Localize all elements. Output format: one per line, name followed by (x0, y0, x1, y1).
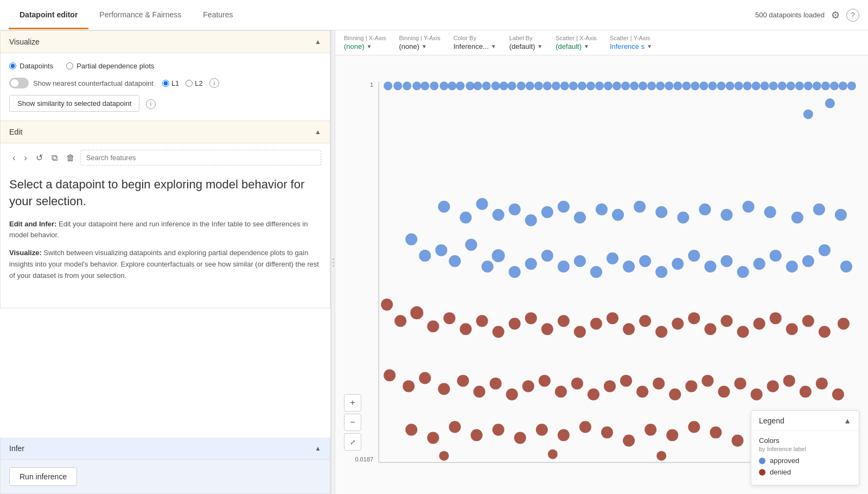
edit-section: Edit ▲ ‹ › ↺ ⧉ 🗑 Select a datapoint to b… (0, 121, 330, 308)
scatter-y-axis-dropdown-icon: ▼ (647, 43, 652, 49)
svg-point-57 (847, 81, 856, 90)
svg-point-109 (381, 299, 393, 311)
scatter-x-axis-group: Scatter | X-Axis (default) ▼ (556, 35, 597, 50)
l1-radio-input[interactable] (162, 80, 169, 87)
metric-info-icon[interactable]: i (209, 78, 219, 88)
similarity-info-icon[interactable]: i (146, 99, 156, 109)
color-by-value: Inference... (454, 42, 489, 50)
svg-point-87 (840, 261, 852, 273)
svg-point-121 (574, 326, 586, 338)
svg-point-181 (731, 435, 743, 447)
svg-point-100 (655, 206, 667, 218)
svg-point-127 (672, 318, 684, 330)
svg-point-110 (394, 315, 406, 327)
svg-point-58 (803, 109, 813, 119)
svg-point-103 (720, 209, 732, 221)
svg-point-73 (607, 252, 618, 264)
svg-point-15 (482, 81, 491, 90)
visualize-chevron-icon: ▲ (315, 38, 321, 46)
history-button[interactable]: ↺ (33, 150, 46, 165)
svg-point-140 (419, 372, 431, 384)
svg-point-153 (636, 385, 648, 397)
infer-section: Infer ▲ Run inference (0, 438, 330, 494)
svg-point-118 (525, 312, 537, 324)
l2-radio[interactable]: L2 (186, 79, 202, 87)
binning-y-axis-select[interactable]: (none) ▼ (399, 42, 440, 50)
svg-point-27 (586, 81, 595, 90)
scatter-x-axis-select[interactable]: (default) ▼ (556, 42, 597, 50)
l2-label: L2 (195, 79, 202, 87)
l1-radio[interactable]: L1 (162, 79, 179, 87)
settings-button[interactable]: ⚙ (831, 9, 840, 21)
visualize-section-header[interactable]: Visualize ▲ (1, 31, 330, 53)
copy-button[interactable]: ⧉ (48, 151, 61, 165)
l2-radio-input[interactable] (186, 80, 193, 87)
tab-features[interactable]: Features (192, 2, 244, 29)
legend-title: Legend (759, 416, 784, 425)
svg-point-26 (578, 81, 586, 90)
svg-point-78 (688, 250, 700, 262)
chart-toolbar: Binning | X-Axis (none) ▼ Binning | Y-Ax… (335, 30, 868, 55)
partial-dependence-radio-input[interactable] (66, 62, 73, 69)
svg-point-43 (725, 81, 734, 90)
svg-point-187 (439, 451, 449, 461)
edit-section-header[interactable]: Edit ▲ (1, 121, 330, 143)
svg-point-123 (607, 312, 618, 324)
svg-point-167 (427, 432, 439, 444)
svg-point-188 (548, 449, 558, 459)
zoom-out-button[interactable]: − (344, 414, 361, 431)
svg-point-132 (754, 318, 765, 330)
delete-button[interactable]: 🗑 (63, 151, 78, 165)
svg-point-126 (655, 326, 667, 338)
svg-point-70 (558, 261, 570, 273)
svg-point-55 (830, 81, 839, 90)
svg-point-177 (644, 424, 656, 436)
svg-point-11 (448, 81, 456, 90)
l1-l2-group: L1 L2 i (162, 78, 219, 88)
svg-point-124 (623, 323, 635, 335)
svg-point-106 (792, 212, 803, 224)
binning-x-axis-select[interactable]: (none) ▼ (344, 42, 386, 50)
scatter-y-axis-select[interactable]: Inference s ▼ (610, 42, 652, 50)
svg-point-14 (474, 81, 482, 90)
search-features-input[interactable] (80, 150, 321, 166)
svg-point-10 (439, 81, 448, 90)
svg-point-171 (514, 432, 526, 444)
svg-point-90 (476, 198, 488, 210)
partial-dependence-radio[interactable]: Partial dependence plots (66, 62, 154, 70)
svg-point-175 (601, 427, 613, 439)
binning-x-axis-value: (none) (344, 42, 365, 50)
counterfactual-toggle[interactable] (9, 78, 29, 88)
panel-divider[interactable] (331, 30, 335, 494)
undo-forward-button[interactable]: › (21, 151, 30, 165)
datapoints-radio-input[interactable] (9, 62, 16, 69)
label-by-select[interactable]: (default) ▼ (509, 42, 543, 50)
run-inference-button[interactable]: Run inference (9, 467, 77, 486)
tab-datapoint-editor[interactable]: Datapoint editor (9, 2, 88, 29)
undo-back-button[interactable]: ‹ (9, 151, 18, 165)
svg-point-66 (492, 249, 505, 262)
tab-performance-fairness[interactable]: Performance & Fairness (88, 2, 192, 29)
svg-point-79 (704, 261, 716, 273)
infer-chevron-icon: ▲ (315, 445, 321, 452)
svg-point-85 (802, 255, 814, 267)
svg-point-145 (506, 388, 518, 400)
zoom-in-button[interactable]: + (344, 394, 361, 411)
edit-title: Edit (9, 128, 22, 136)
binning-x-axis-label: Binning | X-Axis (344, 35, 386, 41)
svg-point-4 (384, 81, 392, 90)
svg-point-136 (819, 326, 831, 338)
svg-point-53 (813, 81, 821, 90)
legend-collapse-button[interactable]: ▲ (844, 416, 851, 425)
edit-and-infer-section: Edit and Infer: Edit your datapoint here… (9, 219, 321, 242)
binning-y-axis-dropdown-icon: ▼ (422, 43, 427, 49)
svg-point-108 (835, 209, 847, 221)
help-button[interactable]: ? (846, 9, 859, 22)
fit-screen-button[interactable]: ⤢ (344, 433, 361, 451)
infer-section-header[interactable]: Infer ▲ (1, 438, 330, 460)
datapoints-radio[interactable]: Datapoints (9, 62, 53, 70)
scatter-x-axis-dropdown-icon: ▼ (584, 43, 589, 49)
color-by-select[interactable]: Inference... ▼ (454, 42, 496, 50)
similarity-button[interactable]: Show similarity to selected datapoint (9, 95, 139, 112)
chart-area[interactable]: 1 0.0187 (335, 55, 868, 494)
